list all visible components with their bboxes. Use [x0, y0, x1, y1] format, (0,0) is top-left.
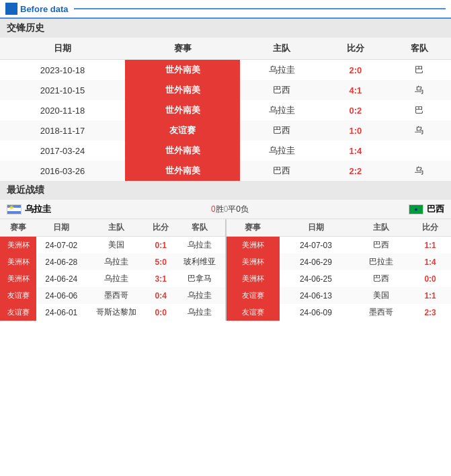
record-label: 0胜0平0负 [211, 204, 249, 215]
cell-event: 友谊赛 [125, 120, 240, 141]
right-recent-half: 赛事 日期 主队 比分 美洲杯 24-07-03 巴西 1:1 美洲杯 24-0… [227, 219, 452, 321]
right-team-label: 巴西 [409, 203, 444, 215]
col-event: 赛事 [125, 38, 240, 60]
cell-date: 24-07-02 [36, 237, 86, 254]
cell-score: 3:1 [147, 270, 175, 287]
table-row: 2023-10-18 世外南美 乌拉圭 2:0 巴 [0, 60, 451, 81]
right-col-home: 主队 [352, 219, 409, 237]
right-table-header: 赛事 日期 主队 比分 [227, 219, 452, 237]
header-underline [74, 8, 446, 9]
cell-date: 24-06-29 [280, 253, 352, 270]
table-row: 2018-11-17 友谊赛 巴西 1:0 乌 [0, 120, 451, 141]
cell-score: 1:1 [409, 237, 451, 254]
col-home: 主队 [240, 38, 323, 60]
cell-home: 美国 [352, 287, 409, 304]
brazil-flag-icon [409, 204, 423, 214]
logo-block: Before data [5, 3, 69, 15]
cell-date: 2021-10-15 [0, 80, 125, 100]
list-item: 美洲杯 24-06-25 巴西 0:0 [227, 270, 452, 287]
recent-section-title: 最近战绩 [0, 181, 451, 200]
cell-score: 1:1 [409, 287, 451, 304]
recent-header: 乌拉圭 0胜0平0负 巴西 [0, 200, 451, 219]
chart-icon [5, 3, 17, 15]
cell-home: 巴西 [240, 80, 323, 100]
table-row: 2021-10-15 世外南美 巴西 4:1 乌 [0, 80, 451, 100]
left-recent-table: 赛事 日期 主队 比分 客队 美洲杯 24-07-02 美国 0:1 乌拉圭 美… [0, 219, 225, 321]
cell-home: 巴西 [352, 237, 409, 254]
win-count: 0 [211, 204, 216, 214]
cell-event: 世外南美 [125, 100, 240, 120]
cell-date: 24-06-13 [280, 287, 352, 304]
cell-home: 巴西 [240, 120, 323, 141]
cell-date: 2016-03-26 [0, 161, 125, 181]
cell-home: 墨西哥 [352, 304, 409, 321]
left-col-home: 主队 [86, 219, 147, 237]
h2h-table: 日期 赛事 主队 比分 客队 2023-10-18 世外南美 乌拉圭 2:0 巴… [0, 38, 451, 181]
cell-home: 墨西哥 [86, 287, 147, 304]
table-row: 2016-03-26 世外南美 巴西 2:2 乌 [0, 161, 451, 181]
cell-away: 乌拉圭 [175, 237, 224, 254]
cell-date: 24-06-28 [36, 253, 86, 270]
cell-score: 0:0 [147, 304, 175, 321]
table-row: 2017-03-24 世外南美 乌拉圭 1:4 [0, 141, 451, 161]
left-table-header: 赛事 日期 主队 比分 客队 [0, 219, 225, 237]
cell-away: 乌 [387, 120, 451, 141]
cell-date: 24-06-09 [280, 304, 352, 321]
cell-event: 世外南美 [125, 141, 240, 161]
cell-home: 美国 [86, 237, 147, 254]
list-item: 美洲杯 24-07-03 巴西 1:1 [227, 237, 452, 254]
cell-event: 友谊赛 [0, 304, 36, 321]
cell-date: 24-06-25 [280, 270, 352, 287]
right-col-score: 比分 [409, 219, 451, 237]
cell-away: 巴 [387, 60, 451, 81]
list-item: 友谊赛 24-06-13 美国 1:1 [227, 287, 452, 304]
cell-event: 美洲杯 [227, 270, 280, 287]
cell-away: 乌拉圭 [175, 287, 224, 304]
cell-event: 友谊赛 [227, 287, 280, 304]
list-item: 友谊赛 24-06-01 哥斯达黎加 0:0 乌拉圭 [0, 304, 225, 321]
right-col-event: 赛事 [227, 219, 280, 237]
cell-event: 世外南美 [125, 161, 240, 181]
list-item: 美洲杯 24-06-28 乌拉圭 5:0 玻利维亚 [0, 253, 225, 270]
cell-score: 1:4 [409, 253, 451, 270]
cell-score: 0:1 [147, 237, 175, 254]
left-col-date: 日期 [36, 219, 86, 237]
cell-score: 1:4 [324, 141, 388, 161]
cell-event: 世外南美 [125, 60, 240, 81]
cell-event: 美洲杯 [0, 237, 36, 254]
cell-home: 乌拉圭 [86, 253, 147, 270]
cell-date: 24-06-01 [36, 304, 86, 321]
cell-date: 2017-03-24 [0, 141, 125, 161]
cell-event: 世外南美 [125, 80, 240, 100]
cell-date: 24-06-24 [36, 270, 86, 287]
before-data-label: Before data [20, 4, 69, 14]
list-item: 美洲杯 24-07-02 美国 0:1 乌拉圭 [0, 237, 225, 254]
right-col-date: 日期 [280, 219, 352, 237]
cell-date: 2018-11-17 [0, 120, 125, 141]
list-item: 友谊赛 24-06-09 墨西哥 2:3 [227, 304, 452, 321]
cell-score: 2:0 [324, 60, 388, 81]
cell-away: 乌拉圭 [175, 304, 224, 321]
cell-home: 巴拉圭 [352, 253, 409, 270]
cell-score: 0:4 [147, 287, 175, 304]
cell-score: 1:0 [324, 120, 388, 141]
cell-score: 0:0 [409, 270, 451, 287]
cell-away: 巴 [387, 100, 451, 120]
col-away: 客队 [387, 38, 451, 60]
left-recent-half: 赛事 日期 主队 比分 客队 美洲杯 24-07-02 美国 0:1 乌拉圭 美… [0, 219, 227, 321]
left-team-label: 乌拉圭 [7, 203, 51, 215]
left-col-away: 客队 [175, 219, 224, 237]
col-date: 日期 [0, 38, 125, 60]
cell-home: 乌拉圭 [86, 270, 147, 287]
cell-away: 乌 [387, 161, 451, 181]
cell-event: 美洲杯 [0, 253, 36, 270]
recent-tables: 赛事 日期 主队 比分 客队 美洲杯 24-07-02 美国 0:1 乌拉圭 美… [0, 219, 451, 321]
cell-score: 0:2 [324, 100, 388, 120]
list-item: 美洲杯 24-06-29 巴拉圭 1:4 [227, 253, 452, 270]
cell-date: 2020-11-18 [0, 100, 125, 120]
cell-home: 巴西 [240, 161, 323, 181]
cell-home: 巴西 [352, 270, 409, 287]
cell-event: 美洲杯 [0, 270, 36, 287]
cell-score: 4:1 [324, 80, 388, 100]
cell-date: 24-07-03 [280, 237, 352, 254]
